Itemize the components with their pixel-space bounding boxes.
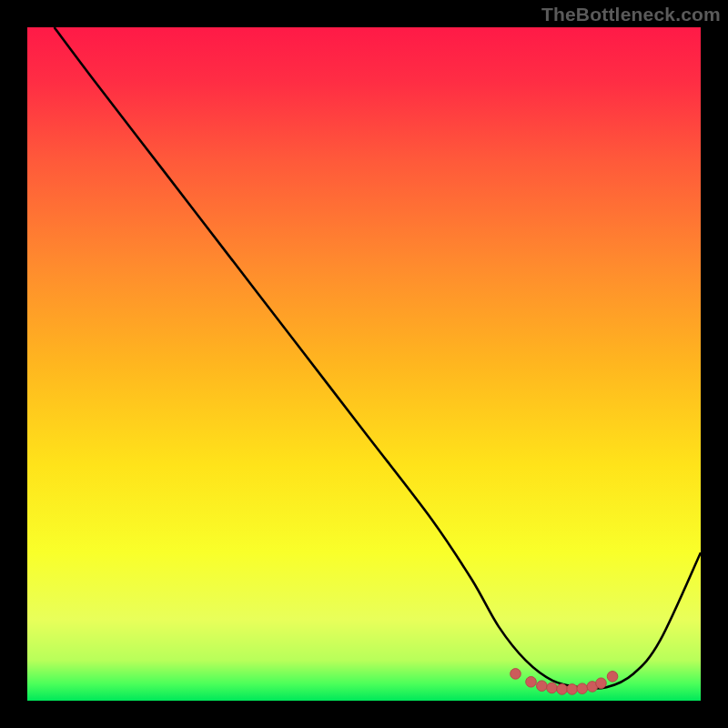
optimal-dot — [607, 672, 618, 682]
bottleneck-chart — [27, 27, 701, 701]
optimal-dot — [596, 678, 607, 689]
optimal-dot — [511, 669, 521, 680]
plot-area — [27, 27, 701, 701]
chart-frame: TheBottleneck.com — [0, 0, 728, 728]
gradient-background — [27, 27, 701, 701]
optimal-dot — [557, 684, 568, 695]
watermark-text: TheBottleneck.com — [541, 4, 721, 25]
optimal-dot — [537, 681, 548, 692]
optimal-dot — [547, 682, 558, 693]
optimal-dot — [526, 676, 537, 687]
optimal-dot — [577, 683, 588, 694]
optimal-dot — [567, 684, 578, 695]
